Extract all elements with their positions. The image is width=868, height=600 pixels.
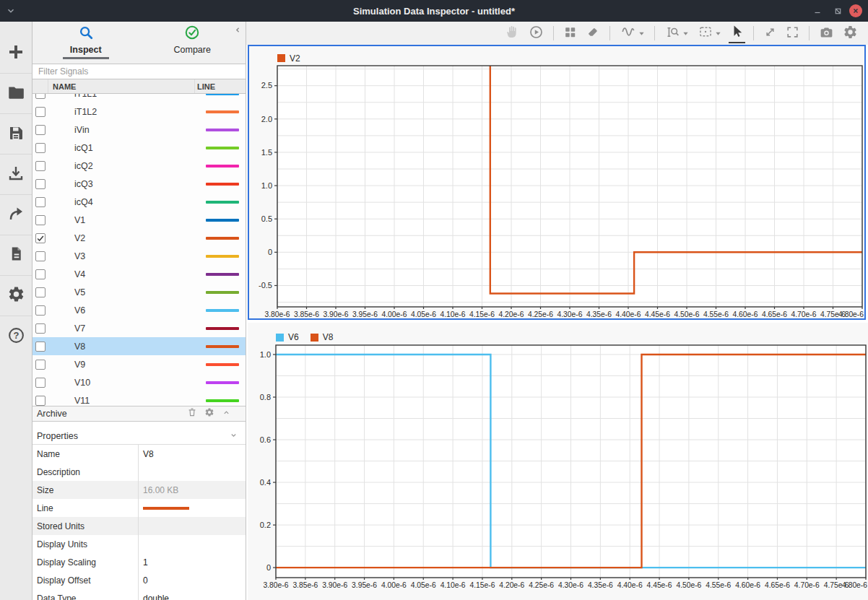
subplot-v2[interactable]: V2 2.52.01.51.00.50-0.53.80e-63.85e-63.9… xyxy=(248,45,866,320)
signal-row-icQ4[interactable]: icQ4 xyxy=(32,193,246,211)
properties-header[interactable]: Properties xyxy=(32,427,246,445)
archive-collapse-chevron-up-icon[interactable] xyxy=(222,407,231,420)
signal-checkbox-V2[interactable] xyxy=(35,233,45,243)
signal-row-V10[interactable]: V10 xyxy=(32,373,246,391)
signal-checkbox-V11[interactable] xyxy=(35,396,45,406)
tool-pointer-arrow[interactable] xyxy=(729,24,745,43)
signal-row-icQ1[interactable]: icQ1 xyxy=(32,139,246,157)
rail-button-import-download[interactable] xyxy=(0,155,32,195)
tool-signal-wave[interactable] xyxy=(618,23,646,43)
signal-checkbox-icQ4[interactable] xyxy=(35,197,45,207)
fit-to-view-icon xyxy=(698,25,713,42)
signal-row-iT1L2[interactable]: iT1L2 xyxy=(32,103,246,121)
signal-checkbox-V8[interactable] xyxy=(35,342,45,352)
rail-button-help-question[interactable]: ? xyxy=(0,316,32,357)
signal-checkbox-V7[interactable] xyxy=(35,323,45,334)
tool-zoom-in-time[interactable] xyxy=(663,24,690,43)
signal-checkbox-V6[interactable] xyxy=(35,305,45,316)
property-value[interactable]: 1 xyxy=(138,553,246,571)
svg-text:0.6: 0.6 xyxy=(260,435,271,444)
signal-checkbox-icQ2[interactable] xyxy=(35,161,45,171)
tool-fit-to-view[interactable] xyxy=(696,24,723,43)
tool-settings-gear[interactable] xyxy=(841,24,859,43)
property-row-description: Description xyxy=(32,463,246,481)
svg-text:3.90e-6: 3.90e-6 xyxy=(322,581,347,589)
window-menu-chevron-icon[interactable] xyxy=(0,6,22,16)
property-value[interactable]: 16.00 KB xyxy=(138,481,246,499)
signal-row-V11[interactable]: V11 xyxy=(32,391,246,406)
maximize-axes-icon xyxy=(763,25,777,42)
tool-eraser[interactable] xyxy=(584,24,602,43)
dropdown-caret-icon[interactable] xyxy=(715,27,721,40)
signal-row-V9[interactable]: V9 xyxy=(32,355,246,373)
signal-checkbox-iT1L2[interactable] xyxy=(35,107,45,117)
rail-button-add-plus[interactable] xyxy=(0,33,32,74)
signal-checkbox-icQ3[interactable] xyxy=(35,179,45,189)
archive-bar[interactable]: Archive xyxy=(32,406,246,422)
tool-replay-play[interactable] xyxy=(527,24,545,43)
property-value[interactable]: 0 xyxy=(138,571,246,589)
svg-text:4.30e-6: 4.30e-6 xyxy=(558,581,583,589)
restore-button[interactable] xyxy=(829,3,846,19)
subplot-v6-v8[interactable]: V6V8 1.00.80.60.40.203.80e-63.85e-63.90e… xyxy=(248,323,868,600)
legend-label: V2 xyxy=(290,53,300,64)
property-value[interactable]: V8 xyxy=(138,445,246,463)
rail-button-export-share[interactable] xyxy=(0,195,32,235)
trash-icon[interactable] xyxy=(187,407,197,420)
close-button[interactable] xyxy=(849,4,862,17)
property-value[interactable] xyxy=(138,517,246,535)
property-value[interactable] xyxy=(138,463,246,481)
rail-button-save-disk[interactable] xyxy=(0,114,32,155)
property-value[interactable] xyxy=(138,499,246,517)
signal-checkbox-V3[interactable] xyxy=(35,251,45,261)
minimize-button[interactable] xyxy=(809,3,826,19)
signal-row-icQ2[interactable]: icQ2 xyxy=(32,157,246,175)
plot-v6-v8-canvas[interactable]: 1.00.80.60.40.203.80e-63.85e-63.90e-63.9… xyxy=(248,344,868,600)
filter-signals-input[interactable] xyxy=(32,64,246,79)
signal-checkbox-V10[interactable] xyxy=(35,378,45,388)
tab-inspect[interactable]: Inspect xyxy=(32,22,139,64)
signal-row-iVin[interactable]: iVin xyxy=(32,121,246,139)
pan-hand-icon xyxy=(505,25,520,42)
signal-row-V3[interactable]: V3 xyxy=(32,247,246,265)
svg-text:4.25e-6: 4.25e-6 xyxy=(528,310,553,318)
tool-fullscreen[interactable] xyxy=(784,25,801,43)
property-value[interactable] xyxy=(138,535,246,553)
svg-text:3.80e-6: 3.80e-6 xyxy=(265,310,290,318)
signal-checkbox-iT1L1[interactable] xyxy=(35,94,45,99)
tool-maximize-axes[interactable] xyxy=(762,25,778,43)
dropdown-caret-icon[interactable] xyxy=(638,27,645,40)
signal-checkbox-icQ1[interactable] xyxy=(35,143,45,153)
signal-name: icQ4 xyxy=(48,197,195,207)
properties-chevron-down-icon[interactable] xyxy=(229,430,241,442)
signal-row-iT1L1[interactable]: iT1L1 xyxy=(32,94,246,103)
signal-row-V6[interactable]: V6 xyxy=(32,301,246,319)
rail-button-open-folder[interactable] xyxy=(0,74,32,114)
signal-row-V1[interactable]: V1 xyxy=(32,211,246,229)
signal-row-V4[interactable]: V4 xyxy=(32,265,246,283)
signal-row-V5[interactable]: V5 xyxy=(32,283,246,301)
rail-button-create-report[interactable] xyxy=(0,235,32,276)
signal-name: V5 xyxy=(48,287,195,297)
signal-checkbox-V4[interactable] xyxy=(35,269,45,279)
signal-row-V7[interactable]: V7 xyxy=(32,319,246,337)
signal-table: iT1L1iT1L2iVinicQ1icQ2icQ3icQ4V1V2V3V4V5… xyxy=(32,94,246,406)
property-value[interactable]: double xyxy=(138,589,246,600)
tool-subplot-grid[interactable] xyxy=(562,25,578,43)
signal-checkbox-iVin[interactable] xyxy=(35,125,45,135)
collapse-panel-icon[interactable] xyxy=(233,25,243,38)
rail-button-preferences-gear[interactable] xyxy=(0,276,32,316)
dropdown-caret-icon[interactable] xyxy=(682,27,689,40)
signal-checkbox-V5[interactable] xyxy=(35,287,45,297)
signal-row-icQ3[interactable]: icQ3 xyxy=(32,175,246,193)
svg-text:4.55e-6: 4.55e-6 xyxy=(706,581,731,589)
property-row-display-offset: Display Offset0 xyxy=(32,571,246,589)
signal-row-V8[interactable]: V8 xyxy=(32,337,246,355)
signal-row-V2[interactable]: V2 xyxy=(32,229,246,247)
plot-v2-canvas[interactable]: 2.52.01.51.00.50-0.53.80e-63.85e-63.90e-… xyxy=(249,65,864,318)
tool-snapshot-camera[interactable] xyxy=(817,24,836,43)
signal-checkbox-V1[interactable] xyxy=(35,215,45,225)
signal-checkbox-V9[interactable] xyxy=(35,360,45,370)
tab-compare[interactable]: Compare xyxy=(139,22,246,64)
archive-gear-icon[interactable] xyxy=(204,407,214,420)
